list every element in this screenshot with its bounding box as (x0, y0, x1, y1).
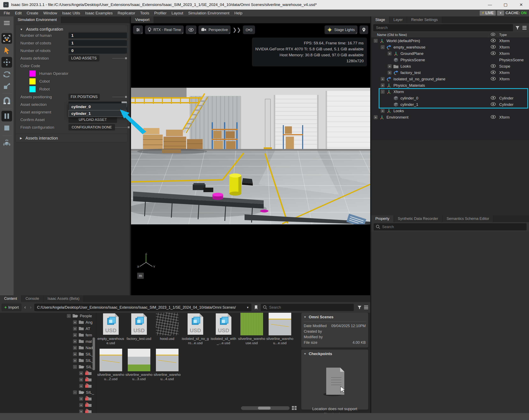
checkpoints-header[interactable]: ▼ Checkpoints (304, 352, 366, 356)
collapse-box-icon[interactable]: - (374, 39, 378, 43)
live-button[interactable]: ⚡ LIVE (480, 11, 496, 16)
grid-view-icon[interactable] (292, 406, 297, 410)
tab-semantics-schema-editor[interactable]: Semantics Schema Editor (442, 215, 493, 222)
tree-scrollbar[interactable] (93, 337, 95, 370)
file-item[interactable]: hood.usd (153, 313, 181, 341)
expand-box-icon[interactable]: + (73, 327, 77, 331)
mini-slider[interactable] (115, 126, 130, 128)
visibility-eye-icon[interactable] (490, 115, 496, 120)
folder-row-ang[interactable]: +Ang (0, 319, 96, 325)
folder-row-at[interactable]: +AT (0, 325, 96, 332)
tab-stage[interactable]: Stage (371, 16, 389, 23)
expand-box-icon[interactable]: + (73, 352, 77, 356)
tab-viewport[interactable]: Viewport (131, 16, 154, 23)
expand-box-icon[interactable]: + (73, 320, 77, 324)
tab-synthetic-data-recorder[interactable]: Synthetic Data Recorder (394, 215, 442, 222)
expand-box-icon[interactable]: + (381, 109, 385, 113)
file-item[interactable]: USDisolated_sil_no_gro...e.usd (181, 313, 209, 345)
collapse-box-icon[interactable]: - (73, 390, 77, 394)
menu-profiler[interactable]: Profiler (152, 11, 169, 15)
pause-button-icon[interactable] (1, 111, 12, 121)
folder-row-locked[interactable]: + (0, 383, 96, 389)
file-item[interactable]: silverline_warehou...3.usd (125, 349, 153, 381)
expand-box-icon[interactable]: + (79, 397, 83, 401)
column-name[interactable]: Name (Old to New) (371, 33, 407, 37)
expand-box-icon[interactable]: + (79, 378, 83, 382)
unit-label[interactable]: m (137, 273, 144, 279)
column-type[interactable]: Type (499, 33, 507, 37)
stage-search-input[interactable] (373, 24, 513, 31)
path-field[interactable]: C:/Users/Angela/Desktop/User_Extensions/… (34, 304, 251, 311)
dropdown-option-cylinder_0[interactable]: cylinder_0 (68, 103, 127, 110)
expand-box-icon[interactable]: + (374, 115, 378, 119)
folder-row-sil-[interactable]: -SIL_ (0, 389, 96, 395)
bookmark-button[interactable] (253, 305, 259, 310)
folder-row-locked[interactable]: + (0, 395, 96, 402)
stage-row-groundplane[interactable]: +GroundPlaneXform (371, 50, 529, 57)
camera-button[interactable]: Perspective (198, 25, 231, 34)
property-search-input[interactable] (374, 223, 527, 230)
scale-tool-icon[interactable] (1, 81, 12, 91)
stage-lights-button[interactable]: Stage Lights (325, 25, 357, 34)
viewport-scene[interactable] (131, 88, 370, 224)
expand-box-icon[interactable]: + (73, 333, 77, 337)
tab-render-settings[interactable]: Render Settings (407, 16, 442, 23)
toolbar-chevrons-icon[interactable]: ❯❯ (233, 27, 241, 33)
expand-box-icon[interactable]: + (381, 83, 385, 87)
filter-icon[interactable] (515, 25, 520, 30)
assets-interaction-frame[interactable]: ▶ Assets interaction (15, 134, 128, 143)
stage-row-physicsscene[interactable]: +PhysicsScenePhysicsScene (371, 57, 529, 63)
expand-box-icon[interactable]: + (79, 409, 83, 413)
move-tool-icon[interactable] (1, 57, 12, 68)
audio-button[interactable]: ((●)) (243, 25, 255, 34)
viewport-pane[interactable]: RTX - Real-Time Perspective ❯❯ ((●)) (131, 23, 370, 295)
file-item[interactable]: USDfactory_test.usd (125, 313, 153, 341)
folder-row-sil-[interactable]: +SIL_ (0, 351, 96, 357)
expand-box-icon[interactable]: + (388, 51, 392, 55)
file-item[interactable]: USDisolated_sil_with_...e.usd (209, 313, 238, 345)
maximize-button[interactable]: ▢ (498, 0, 513, 10)
thumbnail-size-slider[interactable] (241, 406, 290, 410)
expand-box-icon[interactable]: + (388, 64, 392, 68)
expand-box-icon[interactable]: + (73, 339, 77, 343)
number-input-2[interactable]: 0 (68, 48, 127, 54)
assets-configuration-header[interactable]: ▼ Assets configuration (15, 27, 127, 32)
expand-box-icon[interactable]: + (79, 371, 83, 375)
rotate-tool-icon[interactable] (1, 69, 12, 79)
menu-create[interactable]: Create (24, 11, 41, 15)
folder-row-nad[interactable]: +Nad (0, 344, 96, 351)
menu-layout[interactable]: Layout (169, 11, 186, 15)
stage-row-environment[interactable]: +EnvironmentXform (371, 114, 529, 120)
visibility-eye-icon[interactable] (490, 70, 496, 75)
visibility-eye-icon[interactable] (490, 64, 496, 69)
tab-console[interactable]: Console (21, 295, 43, 302)
import-button[interactable]: + Import (2, 304, 21, 311)
folder-row-sil-[interactable]: -SIL_ (0, 364, 96, 370)
file-item[interactable]: silverline_warehou...e.usd (266, 313, 294, 345)
visibility-eye-icon[interactable] (490, 39, 496, 43)
tab-simulation-environment[interactable]: Simulation Environment (13, 16, 61, 23)
content-search-input[interactable] (261, 304, 354, 311)
folder-row-people[interactable]: -People (0, 313, 96, 319)
visibility-button[interactable] (186, 25, 197, 34)
menu-help[interactable]: Help (232, 11, 245, 15)
menu-icon[interactable] (1, 18, 12, 29)
drop-physics-icon[interactable] (1, 138, 12, 148)
visibility-eye-icon[interactable] (490, 51, 496, 56)
folder-row-locked[interactable]: + (0, 408, 96, 413)
render-settings-button[interactable] (133, 25, 143, 34)
filter-icon[interactable] (357, 305, 362, 310)
snap-tool-icon[interactable] (1, 96, 12, 106)
stage-row-isolated-sil-no-ground-plane[interactable]: +isolated_sil_no_ground_planeXform (371, 76, 529, 82)
stop-button-icon[interactable] (1, 123, 12, 133)
load-assets-button[interactable]: LOAD ASSETS (68, 55, 99, 62)
column-visibility-eye-icon[interactable] (490, 33, 495, 37)
details-header[interactable]: ▼ Omni Scenes (304, 315, 366, 319)
stage-row-factory-test[interactable]: +factory_testXform (371, 69, 529, 76)
file-item[interactable]: silverline_warehou...4.usd (153, 349, 181, 381)
renderer-button[interactable]: RTX - Real-Time (145, 25, 184, 34)
number-input-1[interactable]: 1 (68, 40, 127, 46)
menu-tools[interactable]: Tools (138, 11, 152, 15)
options-icon[interactable] (522, 26, 527, 30)
stage-row-world-defaultprim-[interactable]: -World (defaultPrim)Xform (371, 38, 529, 44)
